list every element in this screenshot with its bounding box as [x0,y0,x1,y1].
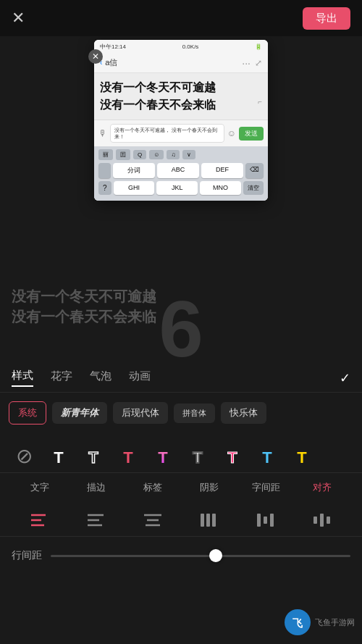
t-red-icon[interactable]: T [113,440,143,471]
mic-icon[interactable]: 🎙 [98,128,107,138]
ts-stroke[interactable]: 描边 [68,481,125,494]
align-bar2-icon[interactable] [237,507,294,533]
align-bar1-icon[interactable] [181,507,237,533]
svg-text:T: T [123,448,133,467]
top-bar: ✕ 导出 [0,0,362,36]
t-gradient-icon[interactable]: T [148,440,178,471]
line-spacing-label: 行间距 [12,549,42,562]
tab-huazi[interactable]: 花字 [51,369,72,386]
font-xqn-button[interactable]: 新青年体 [52,402,107,424]
t-plain-icon[interactable]: T [43,440,74,471]
line-spacing-thumb[interactable] [209,549,222,562]
status-time: 中午12:14 [100,43,126,51]
tab-bubble[interactable]: 气泡 [90,369,111,386]
svg-rect-18 [206,514,210,527]
kb-key-delete[interactable]: ⌫ [245,163,264,178]
kb-key-abc[interactable]: ABC [157,163,199,178]
kb-key-left-side[interactable] [98,163,111,178]
svg-rect-25 [327,517,330,524]
chat-line2: 没有一个春天不会来临 [100,99,216,111]
kb-key-question[interactable]: ? [98,181,111,195]
big-text-preview: 没有一个冬天不可逾越 没有一个春天不会来临 [12,286,350,327]
t-blue-icon[interactable]: T [252,440,282,471]
svg-text:T: T [88,448,98,467]
phone-chat-area: 没有一个冬天不可逾越 没有一个春天不会来临 ⌐ [94,73,268,120]
svg-rect-21 [264,517,267,524]
kb-key-fenci[interactable]: 分词 [113,163,155,178]
keyboard-row3: ? GHI JKL MNO 清空 [94,180,268,196]
big-text-line2: 没有一个春天不会来临 [12,306,350,327]
kb-key-special-3[interactable]: Q [133,150,146,159]
text-settings-row: 文字 描边 标签 阴影 字间距 对齐 [0,478,362,497]
phone-keyboard: 丽 囯 Q ☺ ♫ ∨ 分词 ABC DEF ⌫ ? GHI JKL MNO 清… [94,146,268,201]
svg-rect-23 [313,517,317,524]
svg-rect-19 [212,514,216,527]
no-style-icon[interactable]: ⊘ [9,440,39,471]
svg-text:T: T [262,448,272,467]
chat-input-field[interactable]: 没有一个冬天不可逾越， 没有一个春天不会到来！ [110,124,224,143]
nav-expand-icon[interactable]: ⤢ [255,58,262,68]
svg-rect-20 [257,514,261,527]
kb-key-special-5[interactable]: ♫ [167,150,180,159]
ts-align[interactable]: 对齐 [294,481,350,494]
t-outline-icon[interactable]: T [78,440,109,471]
t-white-outline-icon[interactable]: T [182,440,213,471]
divider1 [0,472,362,473]
svg-text:T: T [158,448,168,467]
tab-style[interactable]: 样式 [12,369,33,387]
chat-text: 没有一个冬天不可逾越 没有一个春天不会来临 ⌐ [100,79,262,114]
phone-status-bar: 中午12:14 0.0K/s 🔋 [94,40,268,53]
emoji-icon[interactable]: ☺ [227,128,236,138]
font-pinyin-button[interactable]: 拼音体 [174,403,215,423]
t-pink-fill-icon[interactable]: T [217,440,248,471]
font-hxd-button[interactable]: 后现代体 [113,402,168,424]
divider2 [0,536,362,537]
send-button[interactable]: 发送 [239,127,264,141]
font-system-button[interactable]: 系统 [9,401,46,425]
line-spacing-row: 行间距 [0,543,362,568]
nav-title: a信 [105,57,117,68]
svg-rect-22 [270,514,274,527]
nav-more-icon[interactable]: ··· [242,57,251,69]
t-yellow-icon[interactable]: T [287,440,317,471]
close-button[interactable]: ✕ [12,9,25,28]
status-signal: 0.0K/s [182,43,199,50]
export-button[interactable]: 导出 [303,7,350,30]
ts-spacing[interactable]: 字间距 [237,481,294,494]
phone-nav-bar: ‹ a信 ··· ⤢ [94,53,268,73]
svg-rect-24 [320,514,324,527]
confirm-icon[interactable]: ✓ [340,370,350,386]
watermark-text: 飞鱼手游网 [315,617,355,628]
keyboard-row2: 分词 ABC DEF ⌫ [94,162,268,180]
status-battery: 🔋 [255,43,262,50]
align-bar3-icon[interactable] [294,507,350,533]
ts-shadow[interactable]: 阴影 [181,481,237,494]
kb-key-jkl[interactable]: JKL [156,181,198,195]
kb-key-special-2[interactable]: 囯 [116,149,130,160]
kb-key-clear[interactable]: 清空 [243,181,264,195]
big-text-line1: 没有一个冬天不可逾越 [12,286,350,306]
kb-key-special-4[interactable]: ☺ [149,150,164,159]
align-left-icon[interactable] [68,507,125,533]
ts-tag[interactable]: 标签 [125,481,181,494]
bubble-corner-icon: ⌐ [258,96,262,107]
align-left-dense-icon[interactable] [12,507,68,533]
kb-key-def[interactable]: DEF [201,163,243,178]
style-icon-row: ⊘ T T T T T [0,435,362,477]
line-spacing-slider[interactable] [51,555,350,557]
ts-text[interactable]: 文字 [12,481,68,494]
align-center-icon[interactable] [125,507,181,533]
font-happy-button[interactable]: 快乐体 [221,402,266,424]
tab-animation[interactable]: 动画 [129,369,151,386]
font-row: 系统 新青年体 后现代体 拼音体 快乐体 [0,396,362,430]
phone-input-area: 🎙 没有一个冬天不可逾越， 没有一个春天不会到来！ ☺ 发送 [94,120,268,146]
kb-key-special-6[interactable]: ∨ [182,150,195,159]
kb-key-ghi[interactable]: GHI [114,181,155,195]
kb-key-special-1[interactable]: 丽 [98,149,113,160]
keyboard-row1: 丽 囯 Q ☺ ♫ ∨ [94,146,268,162]
alignment-row [0,503,362,538]
kb-key-mno[interactable]: MNO [200,181,241,195]
phone-remove-button[interactable]: ✕ [88,49,103,64]
svg-text:飞: 飞 [292,617,303,629]
chat-line1: 没有一个冬天不可逾越 [100,81,216,93]
